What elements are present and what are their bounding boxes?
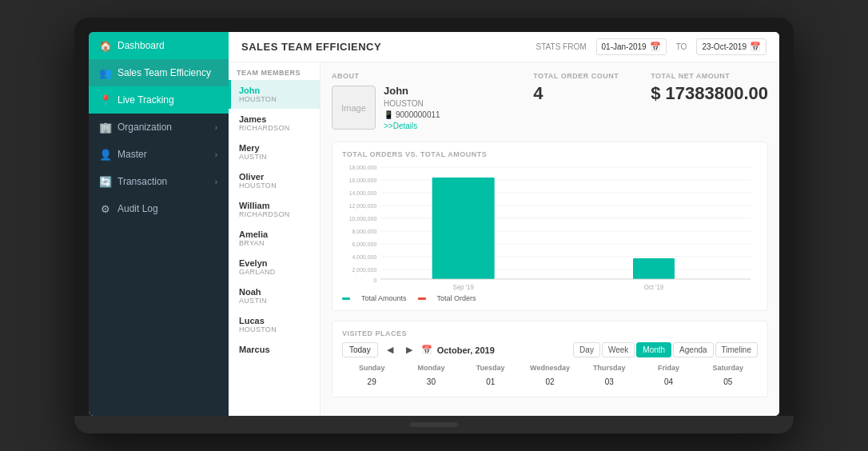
- about-card: Image John HOUSTON 📱 9000000011 >: [332, 85, 440, 130]
- team-member-oliver[interactable]: OliverHOUSTON: [229, 166, 320, 195]
- date-03[interactable]: 03: [579, 375, 639, 389]
- svg-text:0: 0: [373, 277, 376, 285]
- date-to-input[interactable]: 23-Oct-2019 📅: [696, 38, 766, 55]
- phone-number: 9000000011: [396, 110, 440, 119]
- svg-text:4,000,000: 4,000,000: [352, 253, 377, 261]
- today-button[interactable]: Today: [342, 342, 378, 357]
- sidebar-item-transaction[interactable]: 🔄 Transaction ›: [89, 168, 229, 195]
- about-section: ABOUT Image John HOUSTON 📱: [332, 72, 768, 130]
- calendar-grid: Sunday Monday Tuesday Wednesday Thursday…: [342, 364, 758, 389]
- svg-text:18,000,000: 18,000,000: [349, 164, 377, 172]
- users-icon: 👥: [100, 67, 111, 78]
- col-thursday: Thursday: [579, 364, 639, 372]
- laptop-base: [74, 416, 794, 433]
- sidebar-label-organization: Organization: [117, 122, 209, 133]
- calendar-from-icon: 📅: [650, 42, 661, 52]
- order-count-block: TOTAL ORDER COUNT 4: [533, 72, 619, 104]
- legend-orders-dot: [418, 297, 426, 300]
- chevron-right-icon-master: ›: [215, 150, 217, 159]
- team-member-noah[interactable]: NoahAUSTIN: [229, 281, 320, 310]
- net-amount-block: TOTAL NET AMOUNT $ 17383800.00: [651, 72, 768, 104]
- view-week-button[interactable]: Week: [602, 342, 635, 357]
- image-placeholder: Image: [341, 103, 366, 113]
- team-members-panel: TEAM MEMBERS JohnHOUSTONJamesRICHARDSONM…: [229, 62, 321, 416]
- main-content: SALES TEAM EFFICIENCY STATS FROM 01-Jan-…: [229, 32, 779, 416]
- profile-phone: 📱 9000000011: [384, 110, 440, 119]
- date-04[interactable]: 04: [639, 375, 698, 389]
- prev-month-button[interactable]: ◀: [383, 342, 397, 357]
- svg-text:16,000,000: 16,000,000: [349, 177, 377, 185]
- sidebar-item-dashboard[interactable]: 🏠 Dashboard: [89, 32, 229, 59]
- team-member-evelyn[interactable]: EvelynGARLAND: [229, 253, 320, 281]
- sidebar-label-sales-team: Sales Team Efficiency: [117, 67, 217, 78]
- team-member-marcus[interactable]: Marcus: [229, 339, 320, 360]
- to-label: TO: [676, 42, 687, 51]
- chart-legend: Total Amounts Total Orders: [342, 294, 758, 302]
- profile-info: John HOUSTON 📱 9000000011 >>Details: [384, 85, 440, 130]
- home-icon: 🏠: [100, 40, 111, 51]
- chart-section: TOTAL ORDERS VS. TOTAL AMOUNTS: [332, 142, 768, 311]
- cal-icon-label: 📅: [421, 345, 432, 355]
- date-05[interactable]: 05: [699, 375, 758, 389]
- team-member-mery[interactable]: MeryAUSTIN: [229, 138, 320, 166]
- view-month-button[interactable]: Month: [636, 342, 671, 357]
- date-30[interactable]: 30: [401, 375, 460, 389]
- date-from-input[interactable]: 01-Jan-2019 📅: [596, 38, 667, 55]
- col-wednesday: Wednesday: [520, 364, 579, 372]
- sidebar-label-master: Master: [117, 149, 209, 160]
- calendar-view-buttons: Day Week Month Agenda Timeline: [573, 342, 758, 357]
- sidebar-label-transaction: Transaction: [117, 176, 209, 187]
- svg-text:8,000,000: 8,000,000: [352, 228, 377, 236]
- profile-details-link[interactable]: >>Details: [384, 122, 440, 130]
- view-timeline-button[interactable]: Timeline: [715, 342, 758, 357]
- sidebar: 🏠 Dashboard 👥 Sales Team Efficiency 📍 Li…: [89, 32, 229, 416]
- laptop-notch: [410, 422, 458, 427]
- sidebar-item-audit-log[interactable]: ⚙ Audit Log: [89, 195, 229, 222]
- chevron-right-icon-transaction: ›: [215, 178, 217, 186]
- laptop-frame: 🏠 Dashboard 👥 Sales Team Efficiency 📍 Li…: [74, 18, 794, 433]
- phone-icon: 📱: [384, 110, 393, 119]
- next-month-button[interactable]: ▶: [402, 342, 416, 357]
- team-member-john[interactable]: JohnHOUSTON: [229, 80, 320, 109]
- svg-text:10,000,000: 10,000,000: [349, 215, 377, 223]
- team-member-william[interactable]: WilliamRICHARDSON: [229, 195, 320, 224]
- col-tuesday: Tuesday: [461, 364, 520, 372]
- visited-title: VISITED PLACES: [342, 329, 758, 337]
- detail-panel: ABOUT Image John HOUSTON 📱: [321, 62, 779, 416]
- page-title: SALES TEAM EFFICIENCY: [241, 41, 527, 53]
- date-01[interactable]: 01: [461, 375, 520, 389]
- view-day-button[interactable]: Day: [573, 342, 600, 357]
- sidebar-item-master[interactable]: 👤 Master ›: [89, 141, 229, 168]
- laptop-screen: 🏠 Dashboard 👥 Sales Team Efficiency 📍 Li…: [89, 32, 779, 416]
- calendar-toolbar: Today ◀ ▶ 📅 October, 2019 Day Week Month…: [342, 342, 758, 357]
- team-member-lucas[interactable]: LucasHOUSTON: [229, 310, 320, 339]
- net-amount-label: TOTAL NET AMOUNT: [651, 72, 768, 80]
- stats-from-label: STATS FROM: [536, 42, 587, 51]
- date-to-value: 23-Oct-2019: [702, 42, 747, 51]
- view-agenda-button[interactable]: Agenda: [673, 342, 713, 357]
- svg-text:Sep '19: Sep '19: [453, 282, 474, 291]
- svg-rect-20: [432, 178, 495, 279]
- chart-title: TOTAL ORDERS VS. TOTAL AMOUNTS: [342, 150, 758, 158]
- sidebar-item-organization[interactable]: 🏢 Organization ›: [89, 114, 229, 141]
- chevron-right-icon: ›: [215, 123, 217, 132]
- org-icon: 🏢: [100, 122, 111, 133]
- tracking-icon: 📍: [100, 94, 111, 106]
- profile-name: John: [384, 85, 440, 97]
- sidebar-item-sales-team[interactable]: 👥 Sales Team Efficiency: [89, 59, 229, 86]
- about-label: ABOUT: [332, 72, 440, 80]
- net-amount-value: $ 17383800.00: [651, 83, 768, 104]
- col-saturday: Saturday: [699, 364, 758, 372]
- date-29[interactable]: 29: [342, 375, 401, 389]
- sidebar-item-live-tracking[interactable]: 📍 Live Tracking: [89, 86, 229, 114]
- calendar-month-label: October, 2019: [437, 345, 495, 355]
- team-member-amelia[interactable]: AmeliaBRYAN: [229, 224, 320, 253]
- svg-text:12,000,000: 12,000,000: [349, 202, 377, 210]
- master-icon: 👤: [100, 149, 111, 160]
- transaction-icon: 🔄: [100, 176, 111, 187]
- col-monday: Monday: [401, 364, 460, 372]
- team-member-james[interactable]: JamesRICHARDSON: [229, 109, 320, 138]
- date-from-value: 01-Jan-2019: [602, 42, 647, 51]
- svg-rect-21: [633, 258, 675, 279]
- date-02[interactable]: 02: [520, 375, 579, 389]
